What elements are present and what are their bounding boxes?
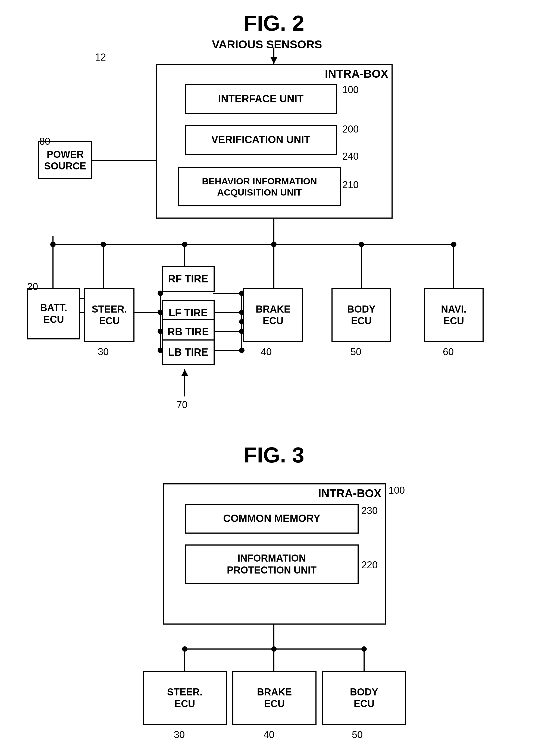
ref-60: 60 (443, 346, 454, 358)
steer-ecu-box-fig2: STEER. ECU (84, 288, 134, 342)
ref-30-fig3: 30 (174, 729, 185, 741)
ref-20: 20 (27, 281, 38, 292)
svg-point-14 (182, 242, 187, 247)
svg-point-45 (182, 646, 187, 652)
verification-unit-box: VERIFICATION UNIT (185, 125, 337, 155)
ref-50-fig3: 50 (352, 729, 363, 741)
steer-ecu-box-fig3: STEER. ECU (143, 671, 227, 725)
ref-200: 200 (342, 124, 359, 135)
batt-ecu-box: BATT. ECU (27, 288, 80, 339)
ref-50-fig2: 50 (351, 346, 361, 358)
navi-ecu-box: NAVI. ECU (424, 288, 484, 342)
ref-100-fig3: 100 (389, 485, 405, 496)
svg-point-13 (100, 242, 106, 247)
common-memory-box: COMMON MEMORY (185, 504, 359, 534)
brake-ecu-box-fig3: BRAKE ECU (232, 671, 317, 725)
ref-240: 240 (342, 151, 359, 162)
ref-70: 70 (176, 399, 187, 411)
brake-ecu-box-fig2: BRAKE ECU (243, 288, 303, 342)
various-sensors-label: VARIOUS SENSORS (212, 38, 322, 51)
rf-tire-box: RF TIRE (162, 266, 215, 292)
svg-point-35 (239, 348, 244, 353)
svg-point-47 (361, 646, 367, 652)
info-protection-box: INFORMATION PROTECTION UNIT (185, 544, 359, 584)
svg-marker-39 (181, 369, 188, 376)
ref-100-fig2: 100 (342, 84, 359, 96)
svg-point-12 (50, 242, 56, 247)
behavior-info-box: BEHAVIOR INFORMATION ACQUISITION UNIT (178, 167, 341, 206)
svg-marker-1 (270, 57, 278, 64)
ref-12: 12 (95, 52, 106, 63)
ref-230: 230 (361, 505, 378, 516)
ref-40-fig3: 40 (263, 729, 275, 741)
fig2-title: FIG. 2 (0, 11, 548, 36)
ref-40-fig2: 40 (261, 346, 272, 358)
ref-30-fig2: 30 (98, 346, 109, 358)
page: FIG. 2 VARIOUS SENSORS 12 INTRA-BOX INTE… (0, 0, 548, 756)
ref-220: 220 (361, 559, 378, 571)
svg-point-17 (451, 242, 456, 247)
interface-unit-box: INTERFACE UNIT (185, 84, 337, 114)
svg-point-16 (359, 242, 364, 247)
lb-tire-box: LB TIRE (162, 339, 215, 365)
body-ecu-box-fig2: BODY ECU (332, 288, 391, 342)
body-ecu-box-fig3: BODY ECU (322, 671, 406, 725)
svg-point-15 (271, 242, 277, 247)
fig3-title: FIG. 3 (0, 443, 548, 468)
ref-210: 210 (342, 179, 359, 191)
ref-80: 80 (39, 136, 50, 147)
svg-point-46 (271, 646, 277, 652)
